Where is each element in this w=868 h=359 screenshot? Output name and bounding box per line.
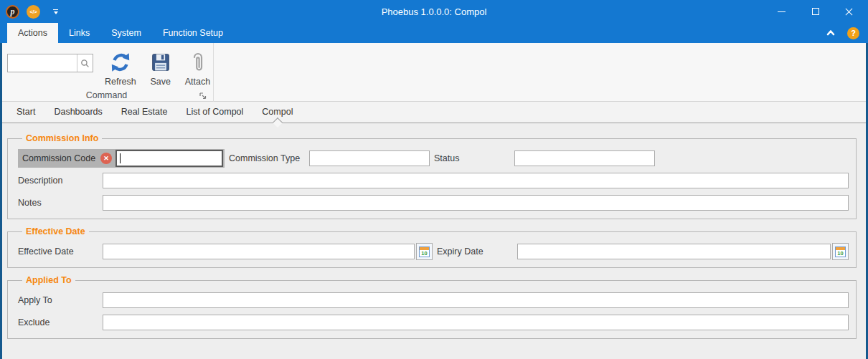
description-input[interactable] xyxy=(103,173,849,188)
effective-date-picker-button[interactable]: 10 xyxy=(416,243,433,260)
menu-tab-links[interactable]: Links xyxy=(58,23,100,43)
notes-label: Notes xyxy=(18,198,103,208)
command-group-footer: Command xyxy=(0,88,213,100)
ribbon-search-box xyxy=(7,54,93,72)
section-title-effective-date: Effective Date xyxy=(22,226,89,236)
calendar-icon-day: 10 xyxy=(420,250,429,257)
calendar-icon: 10 xyxy=(419,246,430,257)
close-button[interactable] xyxy=(832,0,866,23)
window-controls xyxy=(765,0,866,23)
commission-code-label: Commission Code xyxy=(18,153,100,163)
section-title-applied-to: Applied To xyxy=(22,275,75,285)
expiry-date-label: Expiry Date xyxy=(437,246,517,257)
save-button[interactable]: Save xyxy=(144,47,177,88)
row-dates: Effective Date 10 Expiry Date xyxy=(18,242,849,261)
titlebar: Phoebus 1.0.0.0: Compol p </> xyxy=(0,0,868,23)
close-icon xyxy=(845,8,853,16)
doc-tab-real-estate[interactable]: Real Estate xyxy=(112,102,177,123)
text-caret xyxy=(120,153,121,163)
command-group-label: Command xyxy=(86,90,128,100)
maximize-button[interactable] xyxy=(798,0,832,23)
phoebus-logo-icon[interactable]: p xyxy=(6,5,19,19)
code-icon[interactable]: </> xyxy=(27,5,40,19)
commission-code-field-wrap xyxy=(115,150,223,167)
quick-access-toolbar: p </> xyxy=(0,5,58,19)
doc-tab-start[interactable]: Start xyxy=(7,102,44,123)
qat-dropdown-arrow xyxy=(54,11,58,14)
calendar-icon-day: 10 xyxy=(836,250,845,257)
exclude-input[interactable] xyxy=(103,315,849,330)
save-label: Save xyxy=(151,77,171,87)
row-commission-code: Commission Code ✕ Commission Type Status xyxy=(18,149,849,168)
maximize-icon xyxy=(812,8,819,15)
refresh-button[interactable]: Refresh xyxy=(100,47,141,88)
row-notes: Notes xyxy=(18,193,849,212)
qat-dropdown-icon[interactable] xyxy=(53,9,58,14)
status-label: Status xyxy=(434,153,514,163)
description-label: Description xyxy=(18,176,103,186)
collapse-ribbon-icon[interactable] xyxy=(826,28,836,38)
save-icon xyxy=(149,50,172,75)
row-apply-to: Apply To xyxy=(18,291,849,310)
minimize-button[interactable] xyxy=(765,0,798,23)
window-border-left xyxy=(0,43,2,359)
attach-icon xyxy=(187,50,209,75)
section-commission-info: Commission Info Commission Code ✕ Commis… xyxy=(7,133,857,219)
attach-button[interactable]: Attach xyxy=(180,47,215,88)
section-title-commission-info: Commission Info xyxy=(22,133,102,143)
doc-tab-dashboards[interactable]: Dashboards xyxy=(44,102,111,123)
menu-tab-function-setup[interactable]: Function Setup xyxy=(152,23,234,43)
ribbon-buttons: Refresh Save xyxy=(100,47,215,88)
error-icon: ✕ xyxy=(100,153,112,164)
document-tabstrip: Start Dashboards Real Estate List of Com… xyxy=(0,102,868,123)
notes-input[interactable] xyxy=(103,195,849,211)
doc-tab-compol[interactable]: Compol xyxy=(253,102,302,123)
commission-type-input[interactable] xyxy=(309,150,430,166)
doc-tab-list-of-compol[interactable]: List of Compol xyxy=(176,102,253,123)
form-area: Commission Info Commission Code ✕ Commis… xyxy=(0,123,868,359)
effective-date-label: Effective Date xyxy=(18,246,103,257)
effective-date-field: 10 xyxy=(103,243,433,260)
status-input[interactable] xyxy=(514,150,655,166)
ribbon-utility-icons: ? xyxy=(826,23,859,43)
section-effective-date: Effective Date Effective Date 10 Expiry … xyxy=(7,226,857,268)
search-button[interactable] xyxy=(77,54,93,72)
row-description: Description xyxy=(18,171,849,190)
expiry-date-input[interactable] xyxy=(517,244,831,259)
refresh-icon xyxy=(109,50,132,75)
ribbon: Refresh Save xyxy=(0,43,868,102)
dialog-launcher-icon[interactable] xyxy=(199,92,207,100)
minimize-icon xyxy=(778,11,786,12)
command-group: Refresh Save xyxy=(0,43,214,102)
qat-dropdown-bar xyxy=(53,9,58,10)
calendar-icon: 10 xyxy=(835,246,846,257)
effective-date-input[interactable] xyxy=(103,244,415,259)
app-window: Phoebus 1.0.0.0: Compol p </> Actions Li… xyxy=(0,0,868,359)
exclude-label: Exclude xyxy=(18,317,103,327)
menu-tab-actions[interactable]: Actions xyxy=(7,23,58,43)
commission-type-label: Commission Type xyxy=(229,153,309,163)
expiry-date-field: 10 xyxy=(517,243,849,260)
row-exclude: Exclude xyxy=(18,313,849,332)
help-button[interactable]: ? xyxy=(847,27,859,39)
commission-code-input[interactable] xyxy=(117,151,222,166)
window-title: Phoebus 1.0.0.0: Compol xyxy=(0,6,868,17)
commission-code-required-block: Commission Code ✕ xyxy=(18,149,225,168)
ribbon-tab-bar: Actions Links System Function Setup ? xyxy=(0,23,868,43)
expiry-date-picker-button[interactable]: 10 xyxy=(832,243,849,260)
menu-tab-system[interactable]: System xyxy=(100,23,152,43)
search-icon xyxy=(80,59,90,68)
attach-label: Attach xyxy=(185,77,210,87)
section-applied-to: Applied To Apply To Exclude xyxy=(7,275,857,339)
apply-to-input[interactable] xyxy=(103,292,849,308)
apply-to-label: Apply To xyxy=(18,295,103,305)
search-input[interactable] xyxy=(8,54,77,72)
refresh-label: Refresh xyxy=(105,77,136,87)
